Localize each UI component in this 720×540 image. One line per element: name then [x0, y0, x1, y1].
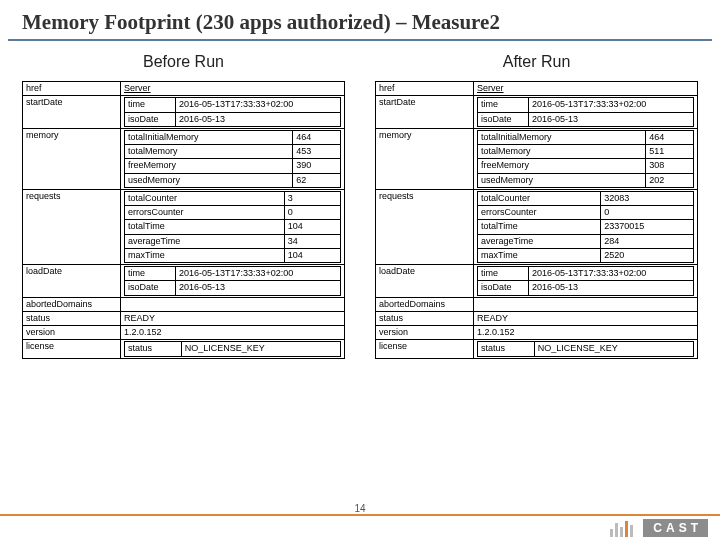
iso-value: 2016-05-13 — [529, 112, 694, 126]
iso-label: isoDate — [125, 112, 176, 126]
mem-val: 464 — [646, 130, 694, 144]
mem-key: usedMemory — [478, 173, 646, 187]
license-status-value: NO_LICENSE_KEY — [181, 342, 340, 356]
license-status-label: status — [125, 342, 182, 356]
iso-label: isoDate — [125, 281, 176, 295]
req-key: totalCounter — [125, 191, 285, 205]
mem-key: usedMemory — [125, 173, 293, 187]
table-row: abortedDomains — [376, 297, 698, 311]
after-column: After Run href Server startDate time 201… — [375, 47, 698, 359]
page-title: Memory Footprint (230 apps authorized) –… — [8, 0, 712, 41]
req-val: 34 — [284, 234, 340, 248]
iso-value: 2016-05-13 — [529, 281, 694, 295]
aborted-label: abortedDomains — [23, 297, 121, 311]
req-val: 2520 — [601, 248, 694, 262]
table-row: license status NO_LICENSE_KEY — [23, 340, 345, 358]
bars-icon — [610, 519, 633, 537]
mem-key: freeMemory — [125, 159, 293, 173]
table-row: requests totalCounter3 errorsCounter0 to… — [23, 189, 345, 264]
table-row: startDate time 2016-05-13T17:33:33+02:00… — [23, 96, 345, 129]
req-key: averageTime — [125, 234, 285, 248]
memory-label: memory — [376, 128, 474, 189]
logo: CAST — [610, 519, 708, 537]
columns: Before Run href Server startDate time 20… — [0, 41, 720, 359]
req-val: 0 — [284, 206, 340, 220]
req-key: totalCounter — [478, 191, 601, 205]
startdate-label: startDate — [376, 96, 474, 129]
req-val: 104 — [284, 248, 340, 262]
req-val: 104 — [284, 220, 340, 234]
table-row: href Server — [376, 82, 698, 96]
table-row: loadDate time 2016-05-13T17:33:33+02:00 … — [376, 265, 698, 298]
status-value: READY — [474, 311, 698, 325]
href-label: href — [23, 82, 121, 96]
license-status-value: NO_LICENSE_KEY — [534, 342, 693, 356]
time-label: time — [125, 98, 176, 112]
time-value: 2016-05-13T17:33:33+02:00 — [176, 98, 341, 112]
table-row: version 1.2.0.152 — [376, 326, 698, 340]
iso-value: 2016-05-13 — [176, 281, 341, 295]
time-label: time — [478, 98, 529, 112]
mem-val: 511 — [646, 145, 694, 159]
href-label: href — [376, 82, 474, 96]
mem-key: totalMemory — [478, 145, 646, 159]
req-key: totalTime — [125, 220, 285, 234]
iso-value: 2016-05-13 — [176, 112, 341, 126]
requests-label: requests — [376, 189, 474, 264]
mem-val: 464 — [293, 130, 341, 144]
req-key: maxTime — [478, 248, 601, 262]
version-value: 1.2.0.152 — [121, 326, 345, 340]
table-row: version 1.2.0.152 — [23, 326, 345, 340]
iso-label: isoDate — [478, 281, 529, 295]
req-key: maxTime — [125, 248, 285, 262]
page-number: 14 — [354, 503, 365, 514]
time-value: 2016-05-13T17:33:33+02:00 — [529, 98, 694, 112]
status-label: status — [23, 311, 121, 325]
req-val: 0 — [601, 206, 694, 220]
license-label: license — [23, 340, 121, 358]
table-row: status READY — [376, 311, 698, 325]
href-value: Server — [477, 83, 504, 93]
table-row: license status NO_LICENSE_KEY — [376, 340, 698, 358]
after-table: href Server startDate time 2016-05-13T17… — [375, 81, 698, 359]
status-label: status — [376, 311, 474, 325]
footer: CAST — [0, 514, 720, 540]
table-row: startDate time 2016-05-13T17:33:33+02:00… — [376, 96, 698, 129]
version-label: version — [23, 326, 121, 340]
href-value: Server — [124, 83, 151, 93]
table-row: abortedDomains — [23, 297, 345, 311]
status-value: READY — [121, 311, 345, 325]
requests-label: requests — [23, 189, 121, 264]
before-table: href Server startDate time 2016-05-13T17… — [22, 81, 345, 359]
table-row: memory totalInitialMemory464 totalMemory… — [376, 128, 698, 189]
version-value: 1.2.0.152 — [474, 326, 698, 340]
req-val: 3 — [284, 191, 340, 205]
req-val: 23370015 — [601, 220, 694, 234]
mem-val: 202 — [646, 173, 694, 187]
after-heading: After Run — [375, 53, 698, 71]
mem-key: freeMemory — [478, 159, 646, 173]
logo-text: CAST — [643, 519, 708, 537]
table-row: loadDate time 2016-05-13T17:33:33+02:00 … — [23, 265, 345, 298]
before-column: Before Run href Server startDate time 20… — [22, 47, 345, 359]
aborted-value — [121, 297, 345, 311]
time-value: 2016-05-13T17:33:33+02:00 — [529, 267, 694, 281]
time-label: time — [125, 267, 176, 281]
version-label: version — [376, 326, 474, 340]
memory-label: memory — [23, 128, 121, 189]
mem-val: 453 — [293, 145, 341, 159]
req-key: averageTime — [478, 234, 601, 248]
mem-key: totalInitialMemory — [478, 130, 646, 144]
table-row: status READY — [23, 311, 345, 325]
license-label: license — [376, 340, 474, 358]
table-row: requests totalCounter32083 errorsCounter… — [376, 189, 698, 264]
mem-val: 62 — [293, 173, 341, 187]
mem-key: totalMemory — [125, 145, 293, 159]
mem-val: 308 — [646, 159, 694, 173]
time-value: 2016-05-13T17:33:33+02:00 — [176, 267, 341, 281]
table-row: memory totalInitialMemory464 totalMemory… — [23, 128, 345, 189]
req-key: errorsCounter — [478, 206, 601, 220]
startdate-label: startDate — [23, 96, 121, 129]
mem-key: totalInitialMemory — [125, 130, 293, 144]
loaddate-label: loadDate — [23, 265, 121, 298]
